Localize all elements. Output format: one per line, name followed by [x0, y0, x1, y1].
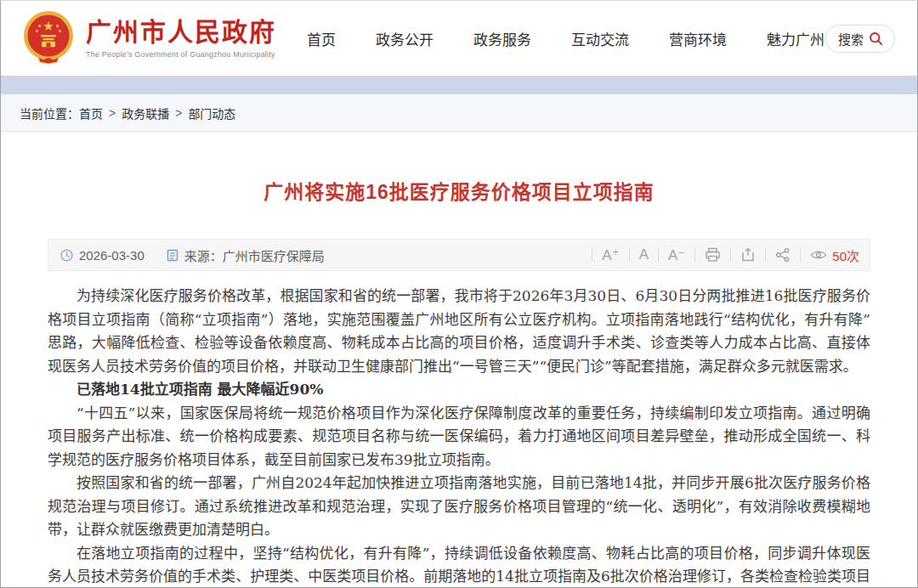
site-logo[interactable]: 广州市人民政府 The People's Government of Guang… [21, 10, 276, 66]
paragraph: “十四五”以来，国家医保局将统一规范价格项目作为深化医疗保障制度改革的重要任务，… [48, 402, 870, 472]
site-title: 广州市人民政府 [86, 18, 276, 47]
toolbar-divider [658, 248, 659, 262]
font-decrease-button[interactable]: A⁻ [665, 246, 688, 264]
breadcrumb-prefix: 当前位置： [20, 105, 79, 122]
paragraph: 为持续深化医疗服务价格改革，根据国家和省的统一部署，我市将于2026年3月30日… [48, 285, 870, 378]
article-body: 为持续深化医疗服务价格改革，根据国家和省的统一部署，我市将于2026年3月30日… [48, 285, 870, 588]
nav-item-charm[interactable]: 魅力广州 [767, 28, 824, 49]
paragraph: 按照国家和省的统一部署，广州自2024年起加快推进立项指南落地实施，目前已落地1… [48, 472, 870, 542]
document-icon [167, 249, 178, 262]
publish-date-item: 2026-03-30 [60, 248, 144, 263]
site-header: 广州市人民政府 The People's Government of Guang… [1, 1, 917, 76]
eye-icon [810, 249, 827, 261]
toolbar-divider [629, 248, 630, 262]
article-meta-bar: 2026-03-30 来源：广州市医疗保障局 A⁺ A [48, 239, 870, 271]
accent-bar [1, 76, 917, 94]
site-subtitle: The People's Government of Guangzhou Mun… [86, 50, 276, 59]
nav-item-gov-info[interactable]: 政务公开 [376, 28, 434, 49]
search-icon [869, 31, 883, 46]
toolbar-divider [694, 248, 695, 262]
share-button[interactable] [772, 247, 794, 263]
article-subheading: 已落地14批立项指南 最大降幅近90% [48, 378, 870, 402]
breadcrumb-separator: > [109, 106, 116, 120]
national-emblem-icon [21, 10, 76, 66]
article-title: 广州将实施16批医疗服务价格项目立项指南 [48, 132, 870, 239]
source-label: 来源：广州市医疗保障局 [184, 246, 325, 264]
article-content: 广州将实施16批医疗服务价格项目立项指南 2026-03-30 [1, 132, 917, 588]
views-group: 50次 [807, 246, 859, 264]
toolbar-divider [765, 248, 766, 262]
print-button[interactable] [701, 247, 724, 263]
nav-item-gov-services[interactable]: 政务服务 [473, 28, 531, 49]
paragraph: 在落地立项指南的过程中，坚持“结构优化，有升有降”，持续调低设备依赖度高、物耗占… [48, 542, 870, 588]
breadcrumb-separator: > [175, 106, 182, 120]
search-button-label: 搜索 [838, 30, 864, 48]
font-increase-button[interactable]: A⁺ [598, 246, 622, 264]
nav-item-interaction[interactable]: 互动交流 [571, 28, 629, 49]
breadcrumb: 当前位置： 首页 > 政务联播 > 部门动态 [1, 94, 917, 132]
toolbar-divider [800, 248, 801, 262]
nav-item-home[interactable]: 首页 [307, 28, 336, 49]
clock-icon [60, 249, 73, 262]
nav-item-business[interactable]: 营商环境 [669, 28, 727, 49]
main-nav: 首页 政务公开 政务服务 互动交流 营商环境 魅力广州 [307, 28, 825, 49]
page: 广州市人民政府 The People's Government of Guang… [0, 0, 918, 588]
breadcrumb-item-home[interactable]: 首页 [79, 105, 103, 122]
publish-date: 2026-03-30 [79, 248, 144, 263]
meta-left: 2026-03-30 来源：广州市医疗保障局 [60, 246, 325, 264]
print-icon [705, 247, 721, 263]
source-item: 来源：广州市医疗保障局 [167, 246, 325, 264]
search-button[interactable]: 搜索 [825, 25, 895, 53]
views-count: 50次 [832, 246, 859, 264]
breadcrumb-item-gov-broadcast[interactable]: 政务联播 [122, 105, 169, 122]
logo-text: 广州市人民政府 The People's Government of Guang… [86, 18, 276, 59]
export-icon [740, 247, 756, 263]
font-normal-button[interactable]: A [636, 246, 652, 263]
toolbar-divider [592, 248, 592, 262]
export-button[interactable] [737, 247, 759, 263]
share-icon [775, 247, 790, 263]
meta-toolbar: A⁺ A A⁻ [586, 246, 859, 264]
breadcrumb-item-department-news[interactable]: 部门动态 [188, 105, 235, 122]
toolbar-divider [730, 248, 731, 262]
